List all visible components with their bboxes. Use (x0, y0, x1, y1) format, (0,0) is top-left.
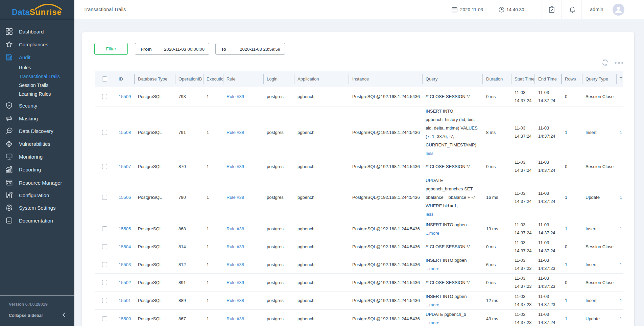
svg-text:DOC: DOC (7, 220, 11, 223)
